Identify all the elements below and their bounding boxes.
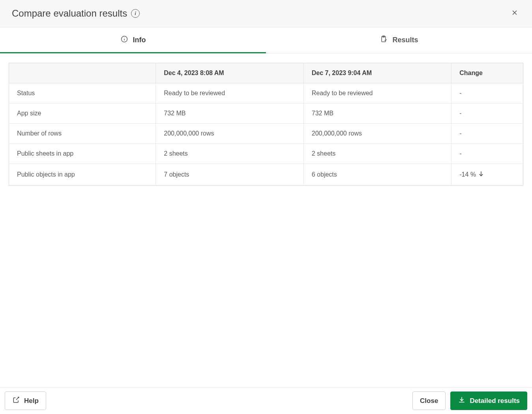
footer-left: Help <box>5 391 46 410</box>
help-button-label: Help <box>24 397 39 405</box>
eval2-value: 2 sheets <box>303 144 451 164</box>
clipboard-check-icon <box>380 35 388 45</box>
table-row: Public sheets in app2 sheets2 sheets- <box>9 144 523 164</box>
header-title-wrap: Compare evaluation results i <box>12 8 140 19</box>
tab-info[interactable]: Info <box>0 27 266 53</box>
eval2-value: 200,000,000 rows <box>303 124 451 144</box>
eval1-value: 2 sheets <box>156 144 303 164</box>
arrow-down-icon <box>478 170 485 179</box>
compare-table: Dec 4, 2023 8:08 AM Dec 7, 2023 9:04 AM … <box>9 63 523 186</box>
dialog-title: Compare evaluation results <box>12 8 127 19</box>
change-value: - <box>451 83 523 104</box>
change-value: - <box>451 144 523 164</box>
change-text: - <box>459 150 461 157</box>
close-icon-button[interactable] <box>509 7 520 20</box>
dialog-header: Compare evaluation results i <box>0 0 532 27</box>
tab-info-label: Info <box>133 36 146 44</box>
info-icon[interactable]: i <box>131 9 140 18</box>
table-row: Number of rows200,000,000 rows200,000,00… <box>9 124 523 144</box>
metric-label: Status <box>9 83 156 104</box>
eval1-value: Ready to be reviewed <box>156 83 303 104</box>
change-value: -14 % <box>451 164 523 186</box>
metric-label: Public sheets in app <box>9 144 156 164</box>
th-change: Change <box>451 63 523 83</box>
table-row: Public objects in app7 objects6 objects-… <box>9 164 523 186</box>
compare-dialog: Compare evaluation results i Info <box>0 0 532 414</box>
eval1-value: 732 MB <box>156 104 303 124</box>
change-text: - <box>459 90 461 97</box>
eval2-value: Ready to be reviewed <box>303 83 451 104</box>
footer-right: Close Detailed results <box>412 391 527 410</box>
svg-point-2 <box>124 38 124 38</box>
tab-results[interactable]: Results <box>266 27 532 53</box>
external-link-icon <box>12 396 20 406</box>
change-text: - <box>459 110 461 117</box>
eval2-value: 732 MB <box>303 104 451 124</box>
metric-label: App size <box>9 104 156 124</box>
eval2-value: 6 objects <box>303 164 451 186</box>
table-header-row: Dec 4, 2023 8:08 AM Dec 7, 2023 9:04 AM … <box>9 63 523 83</box>
eval1-value: 7 objects <box>156 164 303 186</box>
change-text: - <box>459 130 461 137</box>
dialog-footer: Help Close Detailed results <box>0 387 532 414</box>
change-value: - <box>451 104 523 124</box>
close-button[interactable]: Close <box>412 391 446 410</box>
info-icon <box>120 35 128 45</box>
table-body: StatusReady to be reviewedReady to be re… <box>9 83 523 186</box>
close-button-label: Close <box>420 397 438 405</box>
table-row: App size732 MB732 MB- <box>9 104 523 124</box>
dialog-content: Dec 4, 2023 8:08 AM Dec 7, 2023 9:04 AM … <box>0 53 532 387</box>
th-metric <box>9 63 156 83</box>
change-text: -14 % <box>459 171 476 178</box>
help-button[interactable]: Help <box>5 391 46 410</box>
th-eval2: Dec 7, 2023 9:04 AM <box>303 63 451 83</box>
th-eval1: Dec 4, 2023 8:08 AM <box>156 63 303 83</box>
metric-label: Public objects in app <box>9 164 156 186</box>
detailed-results-label: Detailed results <box>470 397 520 405</box>
detailed-results-button[interactable]: Detailed results <box>450 391 527 410</box>
download-icon <box>458 396 466 406</box>
tab-results-label: Results <box>392 36 418 44</box>
tabs: Info Results <box>0 27 532 53</box>
change-value: - <box>451 124 523 144</box>
metric-label: Number of rows <box>9 124 156 144</box>
close-icon <box>511 8 519 19</box>
table-row: StatusReady to be reviewedReady to be re… <box>9 83 523 104</box>
eval1-value: 200,000,000 rows <box>156 124 303 144</box>
